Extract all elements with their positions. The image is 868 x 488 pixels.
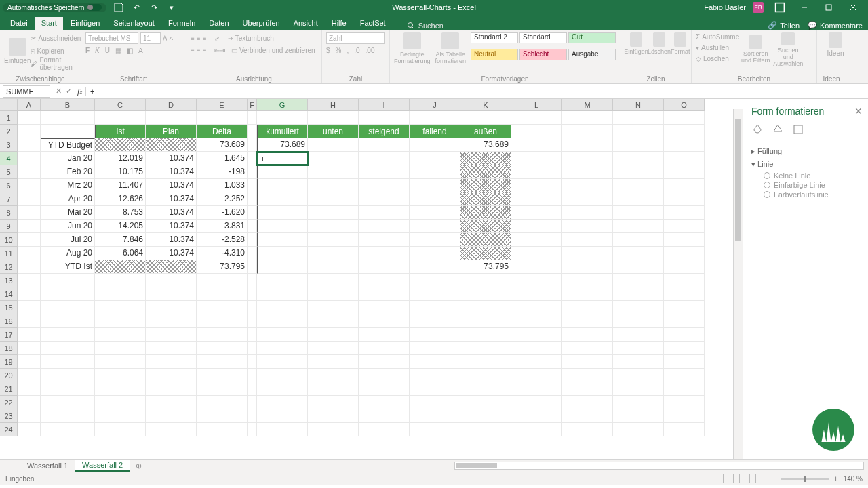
accept-formula-icon[interactable]: ✓ (66, 87, 72, 96)
comma-icon[interactable]: , (347, 47, 349, 54)
find-select-button[interactable]: Suchen und Auswählen (772, 32, 804, 67)
delete-cells-button[interactable]: Löschen (648, 32, 671, 55)
zoom-out-icon[interactable]: − (772, 475, 776, 483)
save-icon[interactable] (113, 2, 124, 13)
row-headers[interactable]: 123456789101112131415161718192021222324 (0, 111, 18, 436)
comments-button[interactable]: 💬 Kommentare (808, 21, 863, 30)
add-sheet-button[interactable]: ⊕ (130, 460, 147, 472)
cell-style-1[interactable]: Standard 2 (471, 32, 518, 43)
name-box[interactable]: SUMME (3, 85, 50, 98)
line-option-solid[interactable]: Einfarbige Linie (751, 180, 860, 190)
tab-review[interactable]: Überprüfen (237, 17, 286, 30)
redo-icon[interactable]: ↷ (149, 2, 159, 13)
font-name-select[interactable]: Trebuchet MS (85, 32, 138, 44)
close-button[interactable] (841, 0, 865, 15)
align-top-icon[interactable]: ≡ (191, 35, 195, 42)
sort-filter-button[interactable]: Sortieren und Filtern (739, 32, 772, 67)
cell-style-2[interactable]: Standard (519, 32, 567, 43)
line-option-gradient[interactable]: Farbverlaufslinie (751, 190, 860, 199)
paste-button[interactable]: Einfügen (4, 32, 31, 70)
merge-button[interactable]: ▭ (231, 47, 237, 54)
user-avatar[interactable]: FB (753, 2, 764, 13)
percent-icon[interactable]: % (336, 47, 342, 54)
formula-bar[interactable]: + (85, 87, 868, 96)
font-color-button[interactable]: A̲ (138, 47, 143, 54)
sheet-tab-2[interactable]: Wasserfall 2 (75, 460, 130, 472)
sheet-tab-1[interactable]: Wasserfall 1 (20, 460, 75, 471)
tab-factset[interactable]: FactSet (354, 17, 392, 30)
select-all-corner[interactable] (0, 99, 18, 111)
fill-line-tab-icon[interactable] (751, 123, 764, 136)
autosum-button[interactable]: Σ AutoSumme (696, 32, 739, 42)
vertical-scrollbar[interactable] (733, 109, 743, 462)
tab-layout[interactable]: Seitenlayout (107, 17, 161, 30)
shrink-font-icon[interactable]: A (170, 35, 173, 41)
undo-icon[interactable]: ↶ (131, 2, 142, 13)
currency-icon[interactable]: $ (326, 47, 330, 54)
line-section[interactable]: ▾ Linie (751, 158, 860, 171)
view-normal-icon[interactable] (723, 474, 734, 483)
italic-button[interactable]: K (95, 47, 100, 54)
horizontal-scrollbar[interactable] (454, 462, 864, 470)
fx-icon[interactable]: fx (75, 87, 85, 96)
tab-formulas[interactable]: Formeln (162, 17, 201, 30)
tab-home[interactable]: Start (35, 17, 63, 30)
fill-button[interactable]: ▾ Ausfüllen (696, 43, 739, 53)
size-tab-icon[interactable] (792, 123, 804, 136)
user-name[interactable]: Fabio Basler (704, 3, 746, 12)
indent-icon[interactable]: ⇤⇥ (214, 47, 225, 54)
border-button[interactable]: ▦ (115, 47, 121, 54)
tab-file[interactable]: Datei (4, 17, 34, 30)
inc-decimal-icon[interactable]: .0 (354, 47, 359, 54)
conditional-format-button[interactable]: Bedingte Formatierung (394, 32, 431, 64)
minimize-button[interactable] (792, 0, 816, 15)
underline-button[interactable]: U (105, 47, 110, 54)
tab-view[interactable]: Ansicht (288, 17, 324, 30)
align-bot-icon[interactable]: ≡ (203, 35, 207, 42)
bold-button[interactable]: F (85, 47, 90, 54)
font-size-select[interactable]: 11 (140, 32, 161, 44)
insert-cells-button[interactable]: Einfügen (625, 32, 648, 55)
cell-style-4[interactable]: Neutral (471, 49, 518, 60)
zoom-in-icon[interactable]: + (834, 475, 838, 483)
view-layout-icon[interactable] (739, 474, 750, 483)
line-option-none[interactable]: Keine Linie (751, 171, 860, 180)
dec-decimal-icon[interactable]: .00 (366, 47, 375, 54)
format-cells-button[interactable]: Format (671, 32, 690, 55)
ideas-button[interactable]: Ideen (821, 32, 850, 57)
share-button[interactable]: 🔗 Teilen (768, 21, 800, 30)
cell-grid[interactable]: IstPlanDeltakumuliertuntensteigendfallen… (18, 111, 705, 436)
pane-close-icon[interactable]: ✕ (854, 106, 863, 117)
cancel-formula-icon[interactable]: ✕ (56, 87, 62, 96)
format-painter-button[interactable]: 🖌 Format übertragen (31, 58, 81, 70)
grow-font-icon[interactable]: A (163, 35, 167, 42)
wrap-text-button[interactable]: ⇥ (228, 35, 233, 42)
cell-style-5[interactable]: Schlecht (519, 49, 567, 60)
align-left-icon[interactable]: ≡ (191, 47, 195, 54)
cell-style-6[interactable]: Ausgabe (568, 49, 616, 60)
maximize-button[interactable] (816, 0, 841, 15)
align-mid-icon[interactable]: ≡ (197, 35, 201, 42)
ribbon-options-icon[interactable] (774, 2, 785, 13)
zoom-level[interactable]: 140 % (844, 475, 863, 483)
autosave-toggle[interactable]: Automatisches Speichern (3, 3, 106, 12)
fill-section[interactable]: ▸ Füllung (751, 145, 860, 158)
copy-button[interactable]: ⎘ Kopieren (31, 45, 81, 57)
orientation-icon[interactable]: ⤢ (214, 35, 220, 42)
cell-style-3[interactable]: Gut (568, 32, 616, 43)
tell-me-search[interactable]: Suchen (407, 22, 443, 30)
column-headers[interactable]: ABCDEFGHIJKLMNO (18, 99, 705, 111)
view-break-icon[interactable] (755, 474, 766, 483)
clear-button[interactable]: ◇ Löschen (696, 54, 739, 64)
cut-button[interactable]: ✂ Ausschneiden (31, 32, 81, 44)
tab-help[interactable]: Hilfe (326, 17, 353, 30)
number-format-select[interactable]: Zahl (326, 32, 385, 44)
align-right-icon[interactable]: ≡ (203, 47, 207, 54)
fill-color-button[interactable]: ◧ (127, 47, 133, 54)
tab-data[interactable]: Daten (203, 17, 235, 30)
tab-insert[interactable]: Einfügen (64, 17, 106, 30)
format-as-table-button[interactable]: Als Tabelle formatieren (433, 32, 468, 64)
qat-more-icon[interactable]: ▾ (166, 2, 177, 13)
zoom-slider[interactable] (781, 478, 829, 480)
align-center-icon[interactable]: ≡ (197, 47, 201, 54)
